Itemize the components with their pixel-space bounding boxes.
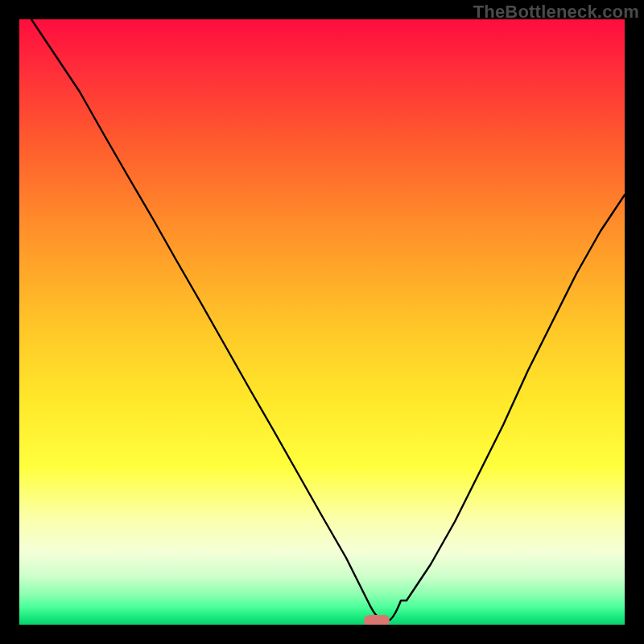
plot-area xyxy=(19,19,625,625)
bottleneck-curve xyxy=(19,19,625,625)
curve-path xyxy=(31,19,625,621)
chart-frame: TheBottleneck.com xyxy=(0,0,644,644)
watermark-text: TheBottleneck.com xyxy=(473,2,639,23)
optimal-point-marker xyxy=(364,615,390,625)
